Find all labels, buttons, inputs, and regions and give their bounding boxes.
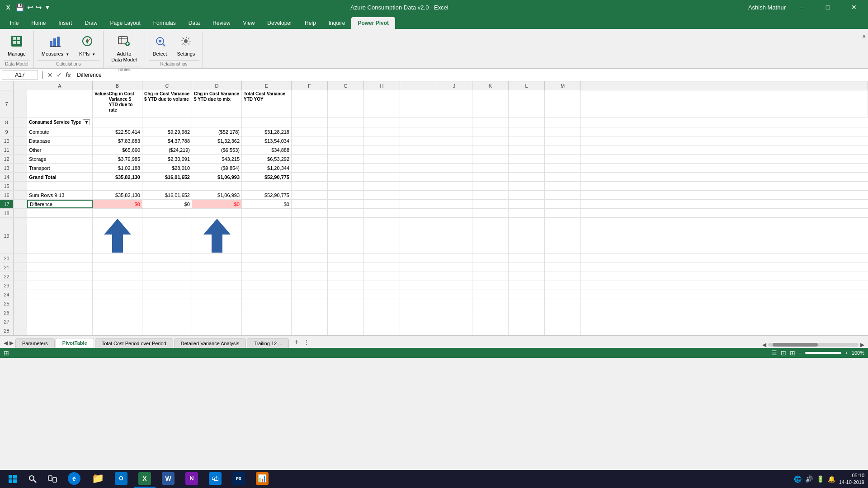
cell-g8[interactable]: [328, 117, 364, 127]
cell-m12[interactable]: [545, 155, 581, 163]
cell-d10[interactable]: $1,32,362: [192, 136, 242, 145]
cell-g11[interactable]: [328, 145, 364, 154]
filter-dropdown-icon[interactable]: ▼: [83, 119, 90, 125]
cell-f12[interactable]: [292, 155, 328, 163]
cell-k22[interactable]: [472, 272, 509, 281]
cell-b26[interactable]: [93, 308, 142, 317]
cell-a25[interactable]: [27, 299, 93, 308]
cell-e23[interactable]: [242, 281, 292, 290]
cell-a19[interactable]: [27, 218, 93, 253]
cell-f21[interactable]: [292, 263, 328, 272]
cell-f9[interactable]: [292, 127, 328, 136]
cell-b9[interactable]: $22,50,414: [93, 127, 142, 136]
cell-m8[interactable]: [545, 117, 581, 127]
cell-i10[interactable]: [400, 136, 436, 145]
cell-b13[interactable]: $1,02,188: [93, 164, 142, 172]
confirm-formula-icon[interactable]: ✓: [57, 71, 62, 79]
cell-m28[interactable]: [545, 326, 581, 335]
cell-c23[interactable]: [142, 281, 192, 290]
cell-a8[interactable]: Consumed Service Type ▼: [27, 117, 93, 127]
cell-b20[interactable]: [93, 254, 142, 263]
cell-d14[interactable]: $1,06,993: [192, 173, 242, 181]
cell-e27[interactable]: [242, 317, 292, 326]
cell-g22[interactable]: [328, 272, 364, 281]
cell-e11[interactable]: $34,888: [242, 145, 292, 154]
cell-l25[interactable]: [509, 299, 545, 308]
cell-d23[interactable]: [192, 281, 242, 290]
add-to-data-model-button[interactable]: Add toData Model: [107, 33, 141, 65]
cell-f26[interactable]: [292, 308, 328, 317]
cell-l14[interactable]: [509, 173, 545, 181]
cell-g18[interactable]: [328, 209, 364, 217]
cell-k17[interactable]: [472, 200, 509, 208]
cell-l7[interactable]: [509, 90, 545, 117]
col-header-f[interactable]: F: [292, 81, 328, 90]
scroll-right-icon[interactable]: ▶: [860, 342, 864, 348]
cell-j28[interactable]: [436, 326, 472, 335]
cell-e7[interactable]: Total Cost Variance YTD YOY: [242, 90, 292, 117]
cell-j14[interactable]: [436, 173, 472, 181]
cell-l17[interactable]: [509, 200, 545, 208]
next-sheet-icon[interactable]: ▶: [9, 340, 14, 346]
cell-a22[interactable]: [27, 272, 93, 281]
cell-b18[interactable]: [93, 209, 142, 217]
settings-button[interactable]: Settings: [173, 33, 199, 59]
cell-k13[interactable]: [472, 164, 509, 172]
cell-d16[interactable]: $1,06,993: [192, 191, 242, 199]
cell-h19[interactable]: [364, 218, 400, 253]
col-header-e[interactable]: E: [242, 81, 292, 90]
cell-a13[interactable]: Transport: [27, 164, 93, 172]
cell-k23[interactable]: [472, 281, 509, 290]
cell-d26[interactable]: [192, 308, 242, 317]
cell-h11[interactable]: [364, 145, 400, 154]
col-header-l[interactable]: L: [509, 81, 545, 90]
cell-a17[interactable]: Difference: [27, 200, 93, 208]
cell-j15[interactable]: [436, 182, 472, 190]
cell-b28[interactable]: [93, 326, 142, 335]
cell-k9[interactable]: [472, 127, 509, 136]
cell-k14[interactable]: [472, 173, 509, 181]
cell-e15[interactable]: [242, 182, 292, 190]
cell-f17[interactable]: [292, 200, 328, 208]
formula-input[interactable]: [73, 71, 866, 79]
cell-g28[interactable]: [328, 326, 364, 335]
cell-l22[interactable]: [509, 272, 545, 281]
taskbar-word[interactable]: W: [157, 470, 179, 488]
cell-j10[interactable]: [436, 136, 472, 145]
cell-a24[interactable]: [27, 290, 93, 299]
cell-k12[interactable]: [472, 155, 509, 163]
cell-m26[interactable]: [545, 308, 581, 317]
cell-d21[interactable]: [192, 263, 242, 272]
cell-i8[interactable]: [400, 117, 436, 127]
cell-j25[interactable]: [436, 299, 472, 308]
cell-d27[interactable]: [192, 317, 242, 326]
cell-e26[interactable]: [242, 308, 292, 317]
cell-e22[interactable]: [242, 272, 292, 281]
col-header-b[interactable]: B: [93, 81, 142, 90]
cell-d9[interactable]: ($52,178): [192, 127, 242, 136]
cell-g20[interactable]: [328, 254, 364, 263]
tab-draw[interactable]: Draw: [78, 17, 104, 29]
cell-l9[interactable]: [509, 127, 545, 136]
sheet-tab-parameters[interactable]: Parameters: [15, 338, 55, 348]
cell-h15[interactable]: [364, 182, 400, 190]
cell-h13[interactable]: [364, 164, 400, 172]
cell-f15[interactable]: [292, 182, 328, 190]
cell-l20[interactable]: [509, 254, 545, 263]
cell-l16[interactable]: [509, 191, 545, 199]
cell-d17[interactable]: $0: [192, 200, 242, 208]
cell-b22[interactable]: [93, 272, 142, 281]
cell-d24[interactable]: [192, 290, 242, 299]
col-header-i[interactable]: I: [400, 81, 436, 90]
cell-c17[interactable]: $0: [142, 200, 192, 208]
tab-insert[interactable]: Insert: [52, 17, 78, 29]
cell-h24[interactable]: [364, 290, 400, 299]
cell-m9[interactable]: [545, 127, 581, 136]
tab-review[interactable]: Review: [206, 17, 236, 29]
cell-c9[interactable]: $9,29,982: [142, 127, 192, 136]
cell-b11[interactable]: $65,660: [93, 145, 142, 154]
sheet-tab-trailing-12[interactable]: Trailing 12 ...: [247, 338, 289, 348]
cell-b12[interactable]: $3,79,985: [93, 155, 142, 163]
cell-h9[interactable]: [364, 127, 400, 136]
col-header-m[interactable]: M: [545, 81, 581, 90]
